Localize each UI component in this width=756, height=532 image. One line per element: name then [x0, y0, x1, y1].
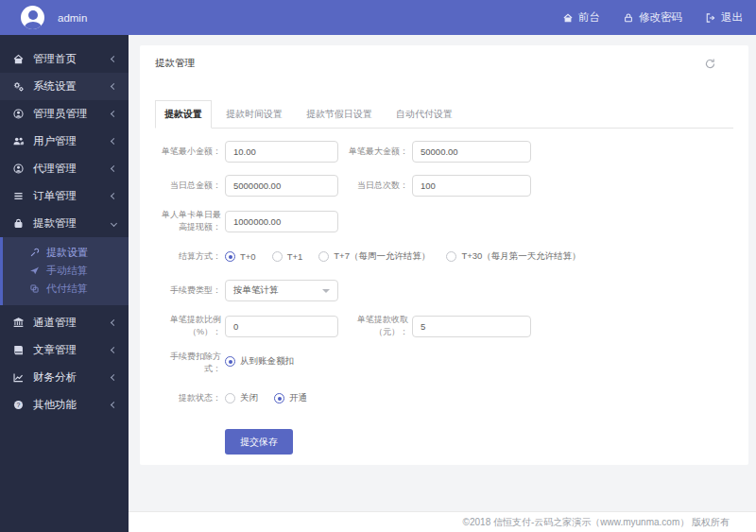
radio-t0[interactable]: T+0 [225, 251, 256, 262]
book-icon [12, 344, 25, 356]
sign-out-icon [705, 12, 716, 24]
caret-down-icon [322, 289, 330, 293]
settlement-label: 结算方式： [161, 250, 221, 263]
users-icon [12, 135, 25, 147]
fee-type-select[interactable]: 按单笔计算 [225, 280, 338, 301]
daily-count-input[interactable] [412, 175, 531, 197]
sidebar-item-withdraw-settings[interactable]: 提款设置 [3, 244, 129, 262]
radio-t7[interactable]: T+7（每周一允许结算） [318, 250, 430, 263]
topbar-nav: 前台 修改密码 退出 [540, 10, 743, 25]
min-amount-input[interactable] [225, 141, 338, 163]
status-label: 提款状态： [161, 392, 221, 404]
radio-status-closed[interactable]: 关闭 [225, 392, 258, 404]
tab-withdraw-settings[interactable]: 提款设置 [155, 100, 212, 129]
form-row: 当日总金额： 当日总次数： [161, 175, 733, 197]
main-content: 提款管理 提款设置 提款时间设置 提款节假日设置 自动代付设置 单笔最小金额： … [129, 35, 756, 532]
home-icon [12, 53, 25, 65]
chevron-left-icon [111, 347, 117, 353]
chevron-down-icon [111, 220, 117, 227]
topbar-brand: admin [21, 6, 87, 29]
sidebar-item-finance-analysis[interactable]: 财务分析 [0, 364, 129, 391]
withdraw-submenu: 提款设置 手动结算 代付结算 [0, 237, 129, 305]
fee-percent-input[interactable] [225, 316, 338, 337]
user-avatar-icon[interactable] [21, 6, 44, 29]
submit-save-button[interactable]: 提交保存 [225, 429, 293, 455]
chevron-left-icon [111, 319, 117, 326]
fee-deduct-label: 手续费扣除方式： [161, 351, 221, 375]
sidebar-item-system-settings[interactable]: 系统设置 [0, 73, 129, 100]
avatar-shoulders [25, 22, 42, 29]
daily-count-field-group: 当日总次数： [348, 175, 531, 197]
avatar-head [28, 10, 38, 20]
sidebar-item-user-management[interactable]: 用户管理 [0, 128, 129, 155]
bank-icon [12, 317, 25, 329]
chevron-left-icon [111, 193, 117, 199]
radio-t30[interactable]: T+30（每月第一天允许结算） [446, 250, 580, 263]
daily-count-label: 当日总次数： [348, 180, 408, 192]
per-card-daily-max-field-group: 单人单卡单日最高提现额： [161, 209, 338, 233]
radio-t1[interactable]: T+1 [272, 251, 303, 262]
chart-line-icon [12, 371, 25, 384]
chevron-left-icon [111, 83, 117, 90]
user-circle-icon [12, 108, 25, 120]
sidebar-item-order-management[interactable]: 订单管理 [0, 182, 129, 210]
fee-fixed-label: 单笔提款收取（元）： [348, 314, 408, 338]
paper-plane-icon [29, 266, 40, 276]
radio-unchecked-icon [318, 251, 329, 262]
radio-unchecked-icon [225, 393, 235, 403]
settlement-radio-group: T+0 T+1 T+7（每周一允许结算） T+30（每月第一天允许结算） [225, 246, 597, 267]
fee-fixed-field-group: 单笔提款收取（元）： [348, 314, 531, 338]
fee-fixed-input[interactable] [412, 316, 531, 337]
sidebar-item-manual-settlement[interactable]: 手动结算 [3, 262, 129, 280]
min-amount-label: 单笔最小金额： [161, 146, 221, 158]
copyright-text: ©2018 信恒支付-云码之家演示（www.myunma.com） 版权所有 [463, 517, 730, 527]
change-password-link[interactable]: 修改密码 [623, 10, 682, 25]
sidebar-item-payout-settlement[interactable]: 代付结算 [3, 280, 129, 298]
chevron-left-icon [111, 138, 117, 145]
form-row: 手续费扣除方式： 从到账金额扣 [161, 351, 733, 375]
form-row: 单人单卡单日最高提现额： [161, 209, 733, 233]
sidebar-item-withdraw-management[interactable]: 提款管理 [0, 210, 129, 237]
lock-icon [12, 217, 25, 230]
sidebar-item-dashboard[interactable]: 管理首页 [0, 45, 129, 73]
home-icon [562, 12, 574, 24]
card-header: 提款管理 [155, 57, 733, 70]
form-row: 单笔提款比例（%）： 单笔提款收取（元）： [161, 314, 733, 338]
radio-unchecked-icon [446, 251, 456, 262]
radio-checked-icon [225, 251, 235, 262]
sidebar-item-other-functions[interactable]: ? 其他功能 [0, 391, 129, 419]
per-card-daily-max-label: 单人单卡单日最高提现额： [161, 209, 221, 233]
username: admin [58, 12, 87, 24]
frontend-link[interactable]: 前台 [562, 10, 600, 25]
list-icon [12, 190, 25, 202]
chevron-left-icon [111, 374, 117, 381]
daily-total-input[interactable] [225, 175, 338, 197]
sidebar-item-admin-management[interactable]: 管理员管理 [0, 100, 129, 128]
sidebar-item-article-management[interactable]: 文章管理 [0, 336, 129, 364]
tab-withdraw-time-settings[interactable]: 提款时间设置 [216, 100, 292, 129]
wrench-icon [29, 248, 40, 258]
form-row: 单笔最小金额： 单笔最大金额： [161, 141, 733, 163]
gears-icon [12, 80, 25, 93]
fee-deduct-radio-group: 从到账金额扣 [225, 351, 310, 372]
clone-icon [29, 283, 40, 294]
tab-withdraw-holiday-settings[interactable]: 提款节假日设置 [297, 100, 382, 129]
page-title: 提款管理 [155, 57, 195, 70]
radio-unchecked-icon [272, 251, 283, 262]
sidebar-item-channel-management[interactable]: 通道管理 [0, 309, 129, 336]
user-circle-icon [12, 163, 25, 175]
per-card-daily-max-input[interactable] [225, 211, 338, 232]
copyright-footer: ©2018 信恒支付-云码之家演示（www.myunma.com） 版权所有 [129, 511, 756, 532]
sidebar-item-agent-management[interactable]: 代理管理 [0, 155, 129, 182]
radio-status-open[interactable]: 开通 [274, 392, 307, 404]
form-row: 结算方式： T+0 T+1 T+7（每周一允许结算） [161, 246, 733, 267]
radio-deduct-from-received[interactable]: 从到账金额扣 [225, 355, 294, 368]
refresh-icon[interactable] [704, 58, 716, 70]
max-amount-input[interactable] [412, 141, 531, 163]
min-amount-field-group: 单笔最小金额： [161, 141, 338, 163]
topbar: admin 前台 修改密码 退出 [0, 0, 756, 35]
fee-percent-label: 单笔提款比例（%）： [161, 314, 221, 338]
chevron-left-icon [111, 402, 117, 408]
logout-link[interactable]: 退出 [705, 10, 743, 25]
tab-auto-payout-settings[interactable]: 自动代付设置 [387, 100, 462, 129]
